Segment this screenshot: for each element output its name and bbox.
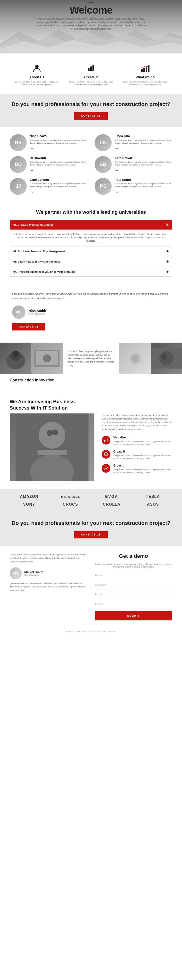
brand-binance: ◆ BINANCE [61, 495, 80, 499]
accordion-item-4[interactable]: 04. Practical tips to help you price you… [10, 267, 172, 277]
svg-rect-8 [144, 68, 145, 72]
nina-photo: NS [10, 134, 27, 151]
jane-info: Jane Jonson Duis aute irure dolor in rep… [30, 178, 87, 195]
brand-crolla: CROLLA [103, 502, 121, 507]
sofa-desc: Duis aute irure dolor in reprehenderit i… [115, 161, 172, 167]
svg-rect-5 [90, 67, 92, 72]
brand-asos: asos [147, 502, 159, 507]
contact-us-button-1[interactable]: CONTACT US [74, 112, 107, 119]
di-name: Di Dowson [30, 156, 87, 160]
accordion-plus-icon-2: + [166, 249, 169, 253]
nina-info: Nina Scavo Duis aute irure dolor in repr… [30, 134, 87, 151]
paul-avatar: PS [95, 178, 112, 195]
demo-person: MS Mikkel Smith Sales Manager [10, 567, 87, 579]
nina-arrow[interactable]: → [30, 146, 34, 151]
gallery-image-1 [0, 343, 31, 374]
svg-point-21 [159, 352, 173, 365]
feature-create-it: Create It Sample text. Click to select t… [102, 450, 172, 460]
business-section: We Are Increasing Business Success With … [0, 391, 182, 488]
grow-icon [102, 464, 110, 473]
svg-rect-29 [104, 440, 105, 442]
accordion-label-2: 02. Business Sustainability Management [13, 250, 65, 253]
sofa-avatar: SB [95, 156, 112, 173]
quote-avatar: NS [12, 305, 26, 319]
accordion-content-1: Interdum velit euismod in pellentesque m… [10, 229, 172, 246]
accordion-label-3: 03. Learn how to grow your business [13, 260, 61, 263]
jane-arrow[interactable]: → [30, 190, 34, 195]
svg-rect-30 [105, 439, 106, 442]
di-info: Di Dowson Duis aute irure dolor in repre… [30, 156, 87, 173]
accordion-header-2[interactable]: 02. Business Sustainability Management + [10, 247, 172, 256]
jane-avatar: JJ [10, 178, 27, 195]
di-arrow[interactable]: → [30, 168, 34, 173]
paul-arrow[interactable]: → [115, 190, 119, 195]
feature-create: Create It Sample text. Click to select t… [64, 60, 118, 89]
accordion-close-icon-1: ✕ [166, 223, 169, 227]
team-member-jane: JJ Jane Jonson Duis aute irure dolor in … [10, 178, 87, 195]
demo-name-input[interactable] [95, 572, 172, 579]
accordion-plus-icon-4: + [166, 270, 169, 274]
hero-text: Article evident arrived express frightes… [33, 18, 149, 30]
quote-role: Sales Manager [29, 313, 46, 315]
visualize-icon [102, 436, 110, 444]
contact-us-button-quote[interactable]: CONTACT US [12, 323, 45, 331]
cta2-heading: Do you need professionals for your next … [10, 520, 172, 527]
hero-section: Welcome Article evident arrived express … [0, 0, 182, 53]
create-it-title: Create It [113, 450, 172, 453]
accordion-header-3[interactable]: 03. Learn how to grow your business + [10, 257, 172, 266]
feature-create-desc: Sample text. Click to select the text bo… [68, 81, 114, 86]
feature-what: What we do Sample text. Click to select … [118, 60, 172, 89]
gallery-section: The result of our company styling proces… [0, 338, 182, 391]
team-grid: NS Nina Scavo Duis aute irure dolor in r… [10, 134, 172, 195]
accordion-item-2[interactable]: 02. Business Sustainability Management + [10, 247, 172, 256]
accordion-header-1[interactable]: 01. Create a Webinar in Minutes ✕ [10, 220, 172, 229]
brand-crocs: crocs [63, 502, 78, 507]
jane-name: Jane Jonson [30, 178, 87, 181]
features-section: About Us Sample text. Click to select th… [0, 53, 182, 94]
accordion-item-1[interactable]: 01. Create a Webinar in Minutes ✕ Interd… [10, 220, 172, 246]
feature-about: About Us Sample text. Click to select th… [10, 60, 64, 89]
create-circle-icon [102, 450, 110, 458]
accordion-item-3[interactable]: 03. Learn how to grow your business + [10, 257, 172, 266]
hero-title: Welcome [70, 4, 113, 16]
accordion-label-4: 04. Practical tips to help you price you… [13, 270, 75, 273]
linda-arrow[interactable]: → [115, 146, 119, 151]
business-photo-side [10, 414, 94, 481]
hamburger-menu[interactable] [89, 2, 93, 5]
demo-person-role: Sales Manager [24, 574, 43, 576]
svg-rect-4 [88, 68, 89, 72]
accordion-label-1: 01. Create a Webinar in Minutes [13, 223, 53, 226]
linda-avatar: LK [95, 134, 112, 151]
demo-right-panel: Get a demo Lorem ipsum dolor sit amet, c… [95, 553, 172, 620]
create-icon [86, 63, 96, 73]
feature-about-title: About Us [29, 75, 45, 79]
gallery-center: The result of our company styling proces… [62, 343, 120, 374]
demo-email-input[interactable] [95, 591, 172, 598]
svg-point-26 [47, 430, 53, 436]
submit-button[interactable]: SUBMIT [95, 611, 172, 620]
nina-desc: Duis aute irure dolor in reprehenderit i… [30, 139, 87, 145]
di-avatar: DD [10, 156, 27, 173]
linda-info: Linda Kim Duis aute irure dolor in repre… [115, 134, 172, 151]
gallery-row: The result of our company styling proces… [0, 343, 182, 374]
universities-section: We partner with the world's leading univ… [0, 202, 182, 284]
demo-phone-input[interactable] [95, 600, 172, 607]
paul-name: Paul Smith [115, 178, 172, 181]
svg-rect-28 [38, 450, 67, 455]
cta1-heading: Do you need professionals for your next … [10, 101, 172, 108]
business-intro: Lorem ipsum dolor sit amet, consectetur … [102, 414, 172, 431]
business-person-photo [10, 414, 94, 481]
brand-sony: SONY [23, 502, 35, 507]
cta-banner-1: Do you need professionals for your next … [0, 94, 182, 127]
contact-us-button-2[interactable]: CONTACT US [74, 531, 107, 538]
quote-name: Nina Smith [29, 309, 46, 313]
team-section: NS Nina Scavo Duis aute irure dolor in r… [0, 127, 182, 202]
linda-photo: LK [95, 134, 112, 151]
demo-company-input[interactable] [95, 581, 172, 589]
nina-avatar: NS [10, 134, 27, 151]
accordion-header-4[interactable]: 04. Practical tips to help you price you… [10, 267, 172, 276]
feature-visualize: Visualize It Sample text. Click to selec… [102, 436, 172, 446]
demo-subtitle: Lorem ipsum dolor sit amet, consectetur … [95, 563, 172, 568]
feature-grow-text: Grow It Sample text. Click to select the… [113, 464, 172, 474]
sofa-arrow[interactable]: → [115, 168, 119, 173]
